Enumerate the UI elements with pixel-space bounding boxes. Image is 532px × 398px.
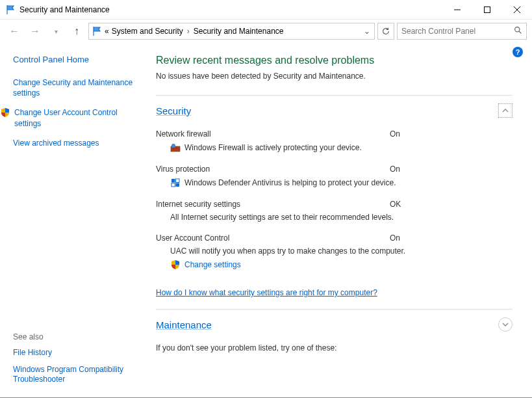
minimize-button[interactable]: [442, 0, 472, 20]
internet-status: OK: [390, 200, 401, 209]
see-also-file-history[interactable]: File History: [13, 348, 140, 358]
refresh-button[interactable]: [377, 23, 394, 40]
defender-icon: [170, 178, 181, 188]
recent-dropdown[interactable]: ▾: [47, 22, 65, 40]
uac-item: User Account Control On UAC will notify …: [156, 233, 513, 270]
svg-rect-14: [171, 183, 175, 187]
flag-icon: [5, 5, 16, 15]
shield-icon: [170, 259, 181, 270]
uac-change-settings-link[interactable]: Change settings: [156, 259, 513, 270]
nav-row: ← → ▾ ↑ « System and Security › Security…: [0, 20, 532, 43]
virus-item: Virus protection On Windows Defender Ant…: [156, 165, 513, 188]
window-controls: [442, 0, 532, 20]
search-input[interactable]: [401, 27, 514, 36]
firewall-label: Network firewall: [156, 129, 390, 139]
see-also-program-compat[interactable]: Windows Program Compatibility Troublesho…: [13, 365, 140, 385]
security-section-toggle[interactable]: Security: [156, 105, 191, 116]
internet-item: Internet security settings OK All Intern…: [156, 200, 513, 222]
flag-icon: [92, 26, 102, 36]
close-button[interactable]: [502, 0, 532, 20]
svg-point-4: [515, 27, 520, 32]
footer-text: If you don't see your problem listed, tr…: [156, 343, 513, 352]
forward-button[interactable]: →: [26, 22, 44, 40]
svg-rect-13: [176, 179, 180, 183]
uac-desc: UAC will notify you when apps try to mak…: [170, 246, 405, 256]
breadcrumb-seg-1[interactable]: System and Security: [112, 27, 183, 36]
uac-status: On: [390, 233, 400, 243]
firewall-desc: Windows Firewall is actively protecting …: [184, 143, 362, 152]
security-help-link[interactable]: How do I know what security settings are…: [156, 288, 377, 297]
firewall-status: On: [390, 129, 400, 139]
svg-rect-12: [171, 179, 175, 183]
up-button[interactable]: ↑: [68, 22, 86, 40]
virus-status: On: [390, 165, 400, 174]
breadcrumb-prefix: «: [105, 27, 109, 36]
shield-icon: [0, 107, 10, 118]
firewall-item: Network firewall On Windows Firewall is …: [156, 129, 513, 153]
chevron-right-icon[interactable]: ›: [186, 27, 191, 36]
internet-label: Internet security settings: [156, 200, 390, 209]
main-content: Review recent messages and resolve probl…: [149, 43, 532, 398]
svg-line-5: [519, 31, 521, 33]
maximize-button[interactable]: [472, 0, 502, 20]
maintenance-section-header: Maintenance: [156, 309, 513, 332]
sidebar-link-change-uac[interactable]: Change User Account Control settings: [13, 107, 140, 128]
search-icon[interactable]: [514, 26, 522, 36]
page-heading: Review recent messages and resolve probl…: [156, 55, 513, 66]
firewall-icon: [170, 142, 181, 153]
breadcrumb-seg-2[interactable]: Security and Maintenance: [194, 27, 284, 36]
control-panel-home-link[interactable]: Control Panel Home: [13, 55, 140, 64]
uac-label: User Account Control: [156, 233, 390, 243]
svg-rect-15: [176, 183, 180, 187]
internet-desc: All Internet security settings are set t…: [170, 213, 394, 222]
no-issues-text: No issues have been detected by Security…: [156, 72, 513, 81]
title-bar: Security and Maintenance: [0, 0, 532, 20]
window-title: Security and Maintenance: [19, 5, 442, 14]
svg-rect-1: [485, 7, 490, 12]
search-box[interactable]: [397, 23, 527, 40]
maintenance-section-toggle[interactable]: Maintenance: [156, 319, 212, 330]
collapse-security-button[interactable]: [498, 103, 513, 118]
see-also-heading: See also: [13, 332, 140, 341]
sidebar: Control Panel Home Change Security and M…: [0, 43, 149, 398]
virus-label: Virus protection: [156, 165, 390, 174]
sidebar-link-archived-messages[interactable]: View archived messages: [13, 138, 140, 148]
sidebar-link-change-security[interactable]: Change Security and Maintenance settings: [13, 77, 140, 98]
svg-point-11: [171, 144, 175, 148]
address-bar[interactable]: « System and Security › Security and Mai…: [88, 23, 375, 40]
back-button[interactable]: ←: [5, 22, 23, 40]
virus-desc: Windows Defender Antivirus is helping to…: [184, 178, 396, 187]
expand-maintenance-button[interactable]: [498, 317, 513, 332]
address-dropdown[interactable]: ⌄: [362, 27, 372, 36]
security-section-header: Security: [156, 95, 513, 118]
